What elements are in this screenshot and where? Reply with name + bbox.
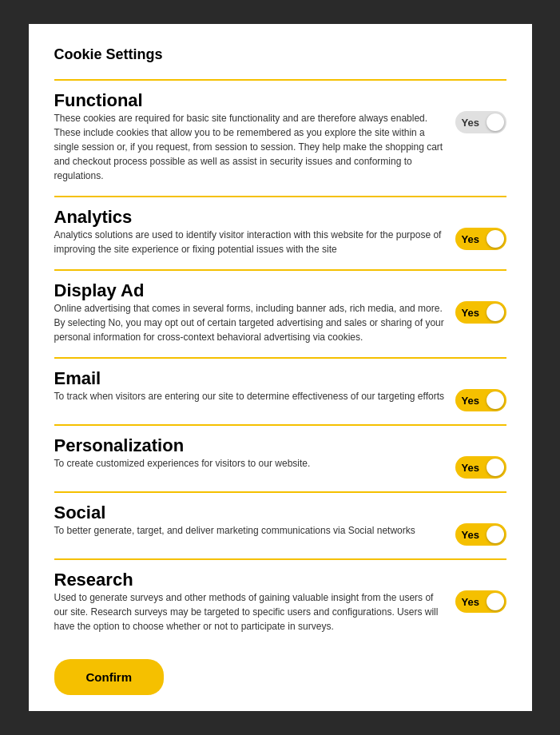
toggle-knob-research: [487, 593, 504, 610]
confirm-button-wrapper: Confirm: [54, 646, 506, 695]
toggle-label-email: Yes: [462, 395, 479, 407]
section-header-personalization: To create customized experiences for vis…: [54, 456, 506, 479]
section-title-analytics: Analytics: [54, 207, 506, 228]
toggle-wrapper-display-ad: Yes: [455, 301, 506, 324]
toggle-knob-analytics: [487, 230, 504, 248]
section-header-analytics: Analytics solutions are used to identify…: [54, 228, 506, 256]
section-description-research: Used to generate surveys and other metho…: [54, 590, 446, 634]
section-header-research: Used to generate surveys and other metho…: [54, 590, 506, 634]
toggle-wrapper-personalization: Yes: [455, 456, 506, 479]
section-functional: FunctionalThese cookies are required for…: [54, 79, 506, 183]
toggle-wrapper-analytics: Yes: [455, 228, 506, 250]
section-social: SocialTo better generate, target, and de…: [54, 491, 506, 546]
toggle-wrapper-research: Yes: [455, 590, 506, 613]
section-title-email: Email: [54, 368, 506, 389]
toggle-label-research: Yes: [462, 596, 479, 608]
toggle-knob-personalization: [487, 459, 504, 476]
toggle-wrapper-email: Yes: [455, 389, 506, 411]
section-email: EmailTo track when visitors are entering…: [54, 357, 506, 411]
section-title-social: Social: [54, 503, 506, 523]
section-header-email: To track when visitors are entering our …: [54, 389, 506, 411]
toggle-knob-email: [487, 391, 504, 409]
section-description-email: To track when visitors are entering our …: [54, 389, 446, 403]
toggle-label-functional: Yes: [462, 117, 479, 129]
confirm-button[interactable]: Confirm: [54, 659, 165, 695]
section-title-functional: Functional: [54, 90, 506, 111]
section-description-functional: These cookies are required for basic sit…: [54, 111, 446, 183]
section-research: ResearchUsed to generate surveys and oth…: [54, 558, 506, 634]
section-personalization: PersonalizationTo create customized expe…: [54, 424, 506, 479]
toggle-label-personalization: Yes: [462, 462, 479, 474]
section-header-display-ad: Online advertising that comes in several…: [54, 301, 506, 344]
toggle-social[interactable]: Yes: [455, 523, 506, 546]
toggle-research[interactable]: Yes: [455, 590, 506, 613]
modal-overlay: Cookie Settings FunctionalThese cookies …: [0, 0, 560, 735]
toggle-email[interactable]: Yes: [455, 389, 506, 411]
toggle-wrapper-functional: Yes: [455, 111, 506, 133]
cookie-settings-modal: Cookie Settings FunctionalThese cookies …: [29, 24, 532, 711]
section-header-functional: These cookies are required for basic sit…: [54, 111, 506, 183]
section-description-social: To better generate, target, and deliver …: [54, 523, 446, 538]
section-description-display-ad: Online advertising that comes in several…: [54, 301, 446, 344]
toggle-label-display-ad: Yes: [462, 307, 479, 319]
toggle-personalization[interactable]: Yes: [455, 456, 506, 479]
toggle-knob-social: [487, 526, 504, 543]
section-description-analytics: Analytics solutions are used to identify…: [54, 228, 446, 256]
toggle-knob-functional: [487, 113, 504, 131]
modal-title: Cookie Settings: [54, 46, 506, 63]
section-analytics: AnalyticsAnalytics solutions are used to…: [54, 196, 506, 256]
toggle-wrapper-social: Yes: [455, 523, 506, 546]
toggle-label-analytics: Yes: [462, 233, 479, 245]
toggle-functional: Yes: [455, 111, 506, 133]
section-title-research: Research: [54, 570, 506, 590]
section-description-personalization: To create customized experiences for vis…: [54, 456, 446, 471]
toggle-knob-display-ad: [487, 304, 504, 321]
section-display-ad: Display AdOnline advertising that comes …: [54, 269, 506, 344]
toggle-analytics[interactable]: Yes: [455, 228, 506, 250]
section-title-personalization: Personalization: [54, 435, 506, 456]
section-header-social: To better generate, target, and deliver …: [54, 523, 506, 546]
toggle-display-ad[interactable]: Yes: [455, 301, 506, 324]
section-title-display-ad: Display Ad: [54, 280, 506, 301]
toggle-label-social: Yes: [462, 529, 479, 541]
